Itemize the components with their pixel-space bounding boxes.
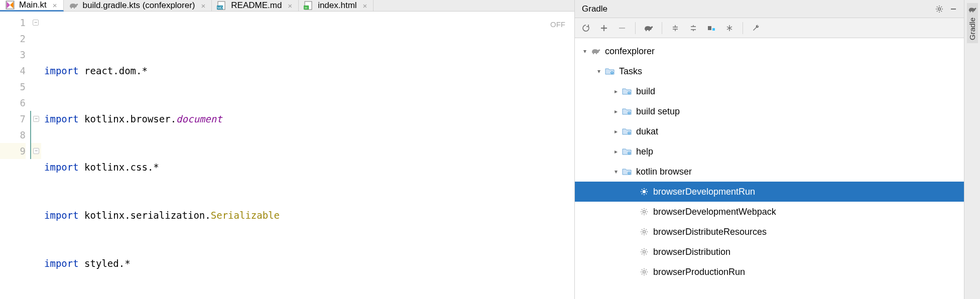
show-dependencies-icon[interactable] — [704, 21, 718, 35]
gear-icon — [638, 248, 650, 256]
tree-group-help[interactable]: ▸ help — [575, 141, 964, 162]
tree-label: kotlin browser — [636, 167, 692, 177]
gear-icon — [638, 188, 650, 196]
right-tool-strip: Gradle — [964, 0, 980, 299]
folder-gear-icon — [621, 87, 633, 95]
task-browserDevelopmentRun[interactable]: browserDevelopmentRun — [575, 182, 964, 202]
remove-icon[interactable] — [615, 21, 629, 35]
offline-mode-icon[interactable] — [722, 21, 737, 35]
gear-icon — [638, 268, 650, 276]
tree-label: build — [636, 86, 655, 97]
gradle-elephant-icon — [590, 48, 602, 55]
close-icon[interactable]: × — [363, 2, 368, 10]
code-area[interactable]: OFF import react.dom.* import kotlinx.br… — [41, 12, 574, 299]
tab-label: README.md — [231, 1, 282, 11]
editor-pane: Main.kt × build.gradle.kts (confexplorer… — [0, 0, 574, 299]
tree-tasks[interactable]: ▾ Tasks — [575, 61, 964, 81]
gradle-elephant-icon — [69, 1, 79, 11]
tab-readme[interactable]: MD README.md × — [212, 0, 299, 11]
tab-label: build.gradle.kts (confexplorer) — [83, 1, 195, 11]
task-browserProductionRun[interactable]: browserProductionRun — [575, 262, 964, 282]
svg-point-7 — [938, 8, 941, 10]
toolbar-separator — [743, 22, 743, 34]
tree-group-dukat[interactable]: ▸ dukat — [575, 121, 964, 141]
tab-main-kt[interactable]: Main.kt × — [0, 0, 64, 12]
gear-icon — [638, 228, 650, 236]
chevron-right-icon[interactable]: ▸ — [611, 108, 621, 115]
tree-root[interactable]: ▾ confexplorer — [575, 41, 964, 61]
html-file-icon: H — [304, 1, 314, 11]
toolbar-separator — [635, 22, 636, 34]
code-editor[interactable]: 1 2 3 4 5 6 7 8 9 − − − OFF import react… — [0, 12, 574, 299]
tree-label: dukat — [636, 126, 658, 137]
task-browserDistribution[interactable]: browserDistribution — [575, 242, 964, 262]
tree-label: browserDevelopmentWebpack — [653, 207, 776, 217]
collapse-all-icon[interactable] — [686, 21, 700, 35]
svg-point-17 — [643, 211, 646, 213]
tree-label: Tasks — [619, 66, 642, 77]
svg-point-16 — [643, 191, 646, 193]
tree-group-build-setup[interactable]: ▸ build setup — [575, 101, 964, 121]
folder-gear-icon — [621, 147, 633, 156]
chevron-right-icon[interactable]: ▸ — [611, 128, 621, 135]
minimize-icon[interactable] — [948, 4, 959, 15]
kotlin-file-icon — [5, 0, 15, 10]
gradle-title: Gradle — [582, 4, 607, 14]
tree-label: build setup — [636, 106, 680, 117]
close-icon[interactable]: × — [53, 1, 57, 10]
fold-marker-icon[interactable]: − — [33, 20, 39, 26]
tree-label: browserDistribution — [653, 247, 730, 257]
editor-tab-bar: Main.kt × build.gradle.kts (confexplorer… — [0, 0, 574, 12]
svg-point-19 — [643, 251, 646, 253]
gradle-tool-window: Gradle ▾ confexplorer ▾ Tasks ▸ — [574, 0, 964, 299]
folder-gear-icon — [621, 107, 633, 115]
tree-group-build[interactable]: ▸ build — [575, 81, 964, 101]
folder-gear-icon — [604, 67, 616, 75]
add-icon[interactable] — [597, 21, 611, 35]
gear-icon — [638, 208, 650, 216]
gradle-elephant-icon[interactable] — [642, 21, 656, 35]
markdown-file-icon: MD — [217, 1, 227, 11]
gradle-elephant-icon — [968, 6, 977, 15]
svg-text:H: H — [305, 6, 307, 10]
line-number-gutter: 1 2 3 4 5 6 7 8 9 — [0, 12, 30, 299]
chevron-down-icon[interactable]: ▾ — [594, 68, 604, 75]
fold-gutter: − − − — [30, 12, 41, 299]
svg-rect-8 — [951, 9, 956, 10]
fold-marker-icon[interactable]: − — [33, 148, 39, 154]
gradle-header: Gradle — [575, 0, 964, 18]
tool-tab-label: Gradle — [968, 18, 976, 40]
chevron-down-icon[interactable]: ▾ — [611, 168, 621, 175]
folder-gear-icon — [621, 168, 633, 176]
tab-build-gradle[interactable]: build.gradle.kts (confexplorer) × — [64, 0, 212, 11]
toolbar-separator — [662, 22, 662, 34]
gradle-tool-tab[interactable]: Gradle — [967, 3, 978, 43]
inspection-status[interactable]: OFF — [550, 17, 565, 33]
gradle-tree[interactable]: ▾ confexplorer ▾ Tasks ▸ build ▸ build s… — [575, 38, 964, 299]
tab-index-html[interactable]: H index.html × — [299, 0, 374, 11]
tree-label: help — [636, 146, 653, 157]
folder-gear-icon — [621, 127, 633, 135]
svg-point-20 — [643, 271, 646, 273]
tree-label: browserDevelopmentRun — [653, 187, 755, 197]
tab-label: index.html — [318, 1, 356, 11]
close-icon[interactable]: × — [288, 2, 292, 10]
tree-label: browserProductionRun — [653, 267, 745, 277]
gear-icon[interactable] — [934, 4, 945, 15]
close-icon[interactable]: × — [201, 2, 206, 10]
task-browserDistributeResources[interactable]: browserDistributeResources — [575, 222, 964, 242]
refresh-icon[interactable] — [579, 21, 593, 35]
svg-text:MD: MD — [217, 6, 223, 10]
chevron-right-icon[interactable]: ▸ — [611, 148, 621, 155]
tree-label: browserDistributeResources — [653, 227, 767, 237]
fold-marker-icon[interactable]: − — [33, 116, 39, 122]
tree-group-kotlin-browser[interactable]: ▾ kotlin browser — [575, 162, 964, 182]
svg-point-18 — [643, 231, 646, 233]
chevron-right-icon[interactable]: ▸ — [611, 88, 621, 95]
expand-all-icon[interactable] — [668, 21, 682, 35]
task-browserDevelopmentWebpack[interactable]: browserDevelopmentWebpack — [575, 202, 964, 222]
svg-rect-9 — [712, 28, 715, 31]
chevron-down-icon[interactable]: ▾ — [580, 48, 590, 55]
gradle-toolbar — [575, 18, 964, 38]
wrench-icon[interactable] — [749, 21, 763, 35]
